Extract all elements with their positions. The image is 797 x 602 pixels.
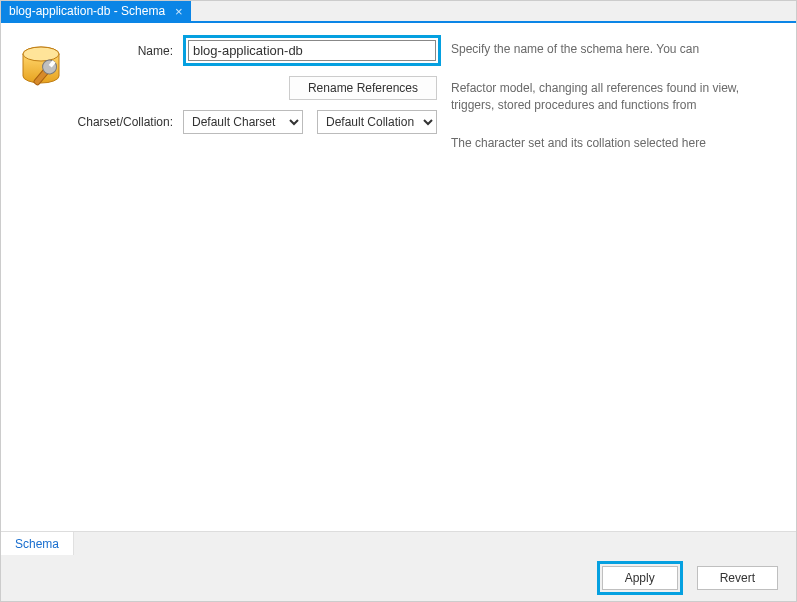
highlight-name	[183, 35, 441, 66]
desc-name: Specify the name of the schema here. You…	[451, 41, 780, 58]
charset-label: Charset/Collation:	[17, 115, 177, 129]
bottom-tab-schema[interactable]: Schema	[1, 532, 74, 555]
tab-schema[interactable]: blog-application-db - Schema ×	[1, 1, 191, 21]
tab-title: blog-application-db - Schema	[9, 4, 165, 18]
description-column: Specify the name of the schema here. You…	[451, 35, 780, 519]
name-label: Name:	[17, 44, 177, 58]
desc-charset: The character set and its collation sele…	[451, 135, 780, 152]
charset-select[interactable]: Default Charset	[183, 110, 303, 134]
footer: Apply Revert	[1, 555, 796, 601]
bottom-tab-bar: Schema	[1, 531, 796, 555]
schema-name-input[interactable]	[188, 40, 436, 61]
form-grid: Name: Rename References Charset/Collatio…	[17, 35, 437, 519]
close-icon[interactable]: ×	[175, 5, 183, 18]
desc-rename: Refactor model, changing all references …	[451, 80, 780, 114]
highlight-apply: Apply	[597, 561, 683, 595]
tab-bar: blog-application-db - Schema ×	[1, 1, 796, 23]
apply-button[interactable]: Apply	[602, 566, 678, 590]
name-input-wrap	[183, 35, 437, 66]
rename-references-button[interactable]: Rename References	[289, 76, 437, 100]
form-area: Name: Rename References Charset/Collatio…	[1, 23, 796, 531]
collation-select[interactable]: Default Collation	[317, 110, 437, 134]
revert-button[interactable]: Revert	[697, 566, 778, 590]
content-area: Name: Rename References Charset/Collatio…	[1, 23, 796, 555]
